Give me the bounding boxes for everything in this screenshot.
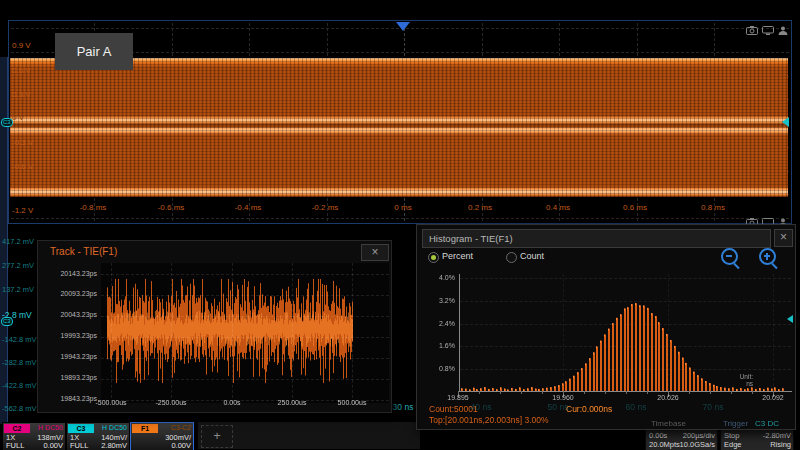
time-label: -0.6 ms xyxy=(147,203,195,212)
function-source-label: C3-C2 xyxy=(171,424,191,431)
zoom-time-label-dim: 70 ns xyxy=(691,402,735,412)
voltage-label: 0.3 V xyxy=(12,90,31,99)
channel-descriptor-c3[interactable]: C3 H DC50 1X 140mV/ FULL 2.80mV xyxy=(66,422,130,450)
channel-chip-f1: F1 xyxy=(132,424,158,433)
trigger-position-marker[interactable] xyxy=(396,22,410,31)
trigger-panel[interactable]: Stop -2.80mV Edge Rising xyxy=(720,428,794,450)
trigger-level: -2.80mV xyxy=(763,431,791,440)
channel-descriptor-c2[interactable]: C2 H DC50 1X 138mV/ FULL 0.00V xyxy=(2,422,66,450)
time-label: 0 ms xyxy=(379,203,427,212)
track-y-label: 19993.23ps xyxy=(44,332,97,339)
gridline xyxy=(101,337,389,338)
coupling-label: H DC50 xyxy=(102,424,127,431)
hist-x-label: 20.026 xyxy=(646,394,690,401)
oscilloscope-screen: 0.9 V 0.6 V 0.3 V 0 V -0.3 V -0.6 V -1.2… xyxy=(0,0,800,450)
track-x-label: -500.00us xyxy=(85,399,137,406)
c3-channel-marker[interactable]: C3 xyxy=(1,118,13,127)
gridline xyxy=(605,391,606,394)
offset-label: 2.80mV xyxy=(101,441,127,450)
track-trace-canvas xyxy=(101,263,389,403)
gridline xyxy=(232,263,233,403)
pair-a-waveform-trace xyxy=(10,58,788,197)
hist-cursor-marker[interactable] xyxy=(787,315,793,323)
gridline xyxy=(111,263,112,403)
voltage-label: -0.3 V xyxy=(12,138,33,147)
trigger-type: Edge xyxy=(724,440,742,449)
bandwidth-label: FULL xyxy=(6,441,24,450)
close-icon[interactable]: × xyxy=(361,244,389,261)
timebase-panel[interactable]: 0.00s 200µs/div 20.0Mpts 10.0GSa/s xyxy=(645,428,718,450)
gridline xyxy=(731,391,732,394)
zoom-voltage-label: 277.2 mV xyxy=(2,261,34,270)
time-label: 0.8 ms xyxy=(689,203,737,212)
camera-icon[interactable] xyxy=(746,21,758,39)
zoom-voltage-label: 137.2 mV xyxy=(2,285,34,294)
trigger-mode: Stop xyxy=(724,431,739,440)
voltage-label: -0.6 V xyxy=(12,162,33,171)
timebase-header: Timebase xyxy=(651,419,686,428)
zoom-time-label-dim: 60 ns xyxy=(614,402,658,412)
display-icon[interactable] xyxy=(762,21,774,39)
zoom-voltage-label: -562.8 mV xyxy=(2,404,37,413)
voltage-label: 0.6 V xyxy=(12,66,31,75)
timebase-scale: 200µs/div xyxy=(683,431,715,440)
unit-value: ns xyxy=(746,380,753,387)
voltage-label: 0.9 V xyxy=(12,41,31,50)
hist-top-readout: Top:[20.001ns,20.003ns] 3.00% xyxy=(429,415,549,425)
zoom-voltage-label: -142.8 mV xyxy=(2,335,37,344)
track-x-label: 0.00s xyxy=(206,399,258,406)
time-label: -0.4 ms xyxy=(224,203,272,212)
time-label: 0.6 ms xyxy=(611,203,659,212)
channel-chip-c3: C3 xyxy=(68,424,94,433)
voltage-label: -1.2 V xyxy=(12,206,33,215)
dialog-title: Track - TIE(F1) xyxy=(50,246,117,257)
track-plot-area[interactable] xyxy=(101,263,389,403)
gridline xyxy=(101,295,389,296)
gridline xyxy=(521,391,522,394)
gridline xyxy=(352,263,353,403)
gridline xyxy=(500,391,501,394)
zoom-time-label-dim: 50 ns xyxy=(536,402,580,412)
user-icon[interactable] xyxy=(778,21,788,39)
time-label: -0.2 ms xyxy=(301,203,349,212)
gridline xyxy=(171,263,172,403)
hist-unit-label: Unit: ns xyxy=(717,373,753,387)
trace-name-label[interactable]: Pair A xyxy=(55,33,133,70)
gridline xyxy=(626,391,627,394)
time-label: 0.4 ms xyxy=(534,203,582,212)
histogram-dialog[interactable]: Histogram - TIE(F1) × Percent Count 4.0%… xyxy=(416,224,796,430)
gridline xyxy=(710,391,711,394)
offset-label: 0.00V xyxy=(171,441,191,450)
gridline xyxy=(11,218,789,219)
trigger-header: Trigger xyxy=(723,419,748,428)
hist-x-label: 20.092 xyxy=(751,394,795,401)
time-label: 0.2 ms xyxy=(456,203,504,212)
gridline xyxy=(101,316,389,317)
channel-chip-c2: C2 xyxy=(4,424,30,433)
offset-label: 0.00V xyxy=(43,441,63,450)
trigger-slope: Rising xyxy=(770,440,791,449)
track-y-label: 20043.23ps xyxy=(44,311,97,318)
zoom-time-label-dim: 40 ns xyxy=(459,402,503,412)
track-y-label: 20093.23ps xyxy=(44,290,97,297)
voltage-label: 0 V xyxy=(12,113,24,122)
unit-caption: Unit: xyxy=(740,373,753,380)
gridline xyxy=(101,358,389,359)
track-dialog[interactable]: Track - TIE(F1) × 20143.23ps 20093.23ps … xyxy=(37,240,392,413)
zoom-voltage-label: -282.8 mV xyxy=(2,358,37,367)
trigger-level-marker[interactable] xyxy=(782,117,789,127)
coupling-label: H DC50 xyxy=(38,424,63,431)
c3-zoom-channel-marker[interactable]: C3 xyxy=(1,317,13,326)
track-x-label: -250.00us xyxy=(145,399,197,406)
time-label: -0.8 ms xyxy=(69,203,117,212)
track-x-label: 500.00us xyxy=(326,399,378,406)
hist-x-label: 19.960 xyxy=(541,394,585,401)
track-y-label: 19893.23ps xyxy=(44,374,97,381)
channel-descriptor-f1[interactable]: F1 C3-C2 300mV/ 0.00V xyxy=(130,422,194,450)
timebase-memory: 20.0Mpts xyxy=(649,440,680,449)
gridline xyxy=(101,274,389,275)
track-x-label: 250.00us xyxy=(266,399,318,406)
bandwidth-label: FULL xyxy=(70,441,88,450)
timebase-delay: 0.00s xyxy=(649,431,667,440)
add-channel-button[interactable]: + xyxy=(201,425,233,448)
